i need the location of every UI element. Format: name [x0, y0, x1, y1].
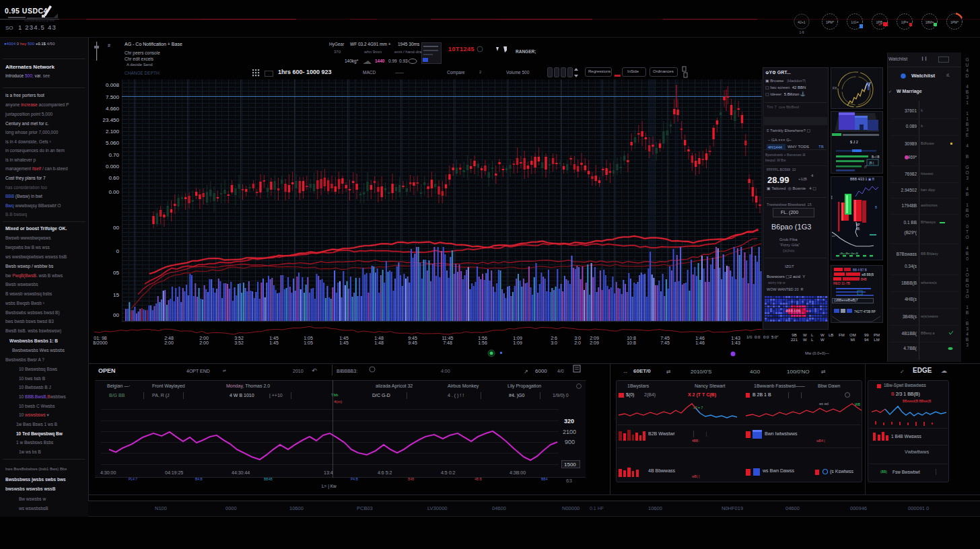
svg-text:1(P=: 1(P=	[901, 20, 909, 24]
svg-text:18M=: 18M=	[925, 20, 934, 24]
svg-text:#: #	[108, 43, 110, 48]
svg-text:1PM*: 1PM*	[950, 20, 958, 24]
svg-text:1PM*: 1PM*	[826, 20, 834, 24]
svg-text:1-9: 1-9	[799, 30, 804, 34]
svg-text:1P: 1P	[878, 23, 882, 26]
svg-text:42+1: 42+1	[798, 20, 805, 24]
svg-text:1PB.: 1PB.	[876, 20, 884, 24]
svg-text:1(G=: 1(G=	[851, 20, 858, 24]
